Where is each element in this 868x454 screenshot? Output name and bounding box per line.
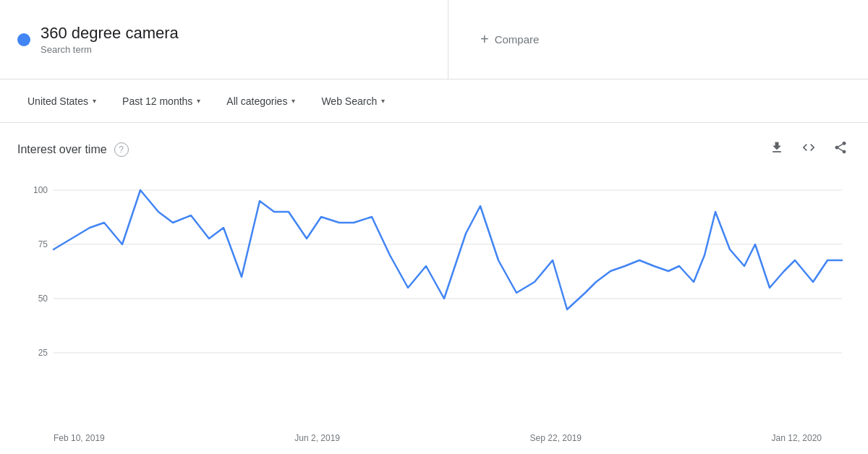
- plus-icon: +: [480, 31, 489, 48]
- search-term-info: 360 degree camera Search term: [41, 24, 179, 55]
- compare-button[interactable]: + Compare: [472, 25, 548, 53]
- chart-title-area: Interest over time ?: [17, 142, 129, 157]
- category-label: All categories: [226, 95, 287, 107]
- compare-label: Compare: [495, 33, 540, 46]
- time-range-label: Past 12 months: [122, 95, 192, 107]
- download-button[interactable]: [767, 137, 787, 161]
- x-label-4: Jan 12, 2020: [772, 433, 822, 443]
- svg-text:50: 50: [38, 294, 48, 304]
- trend-line: [54, 190, 842, 309]
- filters-bar: United States ▾ Past 12 months ▾ All cat…: [0, 80, 868, 123]
- compare-section: + Compare: [448, 0, 868, 79]
- x-label-2: Jun 2, 2019: [294, 433, 340, 443]
- region-label: United States: [27, 95, 88, 107]
- search-term-dot: [17, 33, 30, 46]
- header: 360 degree camera Search term + Compare: [0, 0, 868, 80]
- search-term-subtitle: Search term: [41, 44, 179, 55]
- chevron-down-icon: ▾: [197, 97, 200, 105]
- embed-button[interactable]: [799, 137, 819, 161]
- region-dropdown[interactable]: United States ▾: [17, 90, 106, 113]
- download-icon: [770, 140, 784, 155]
- time-range-dropdown[interactable]: Past 12 months ▾: [112, 90, 210, 113]
- chart-actions: [767, 137, 851, 161]
- help-icon-label: ?: [119, 145, 124, 155]
- svg-text:75: 75: [38, 239, 48, 249]
- search-term-section: 360 degree camera Search term: [0, 0, 448, 79]
- x-label-1: Feb 10, 2019: [54, 433, 105, 443]
- share-icon: [833, 140, 848, 155]
- x-label-3: Sep 22, 2019: [530, 433, 582, 443]
- chevron-down-icon: ▾: [292, 97, 295, 105]
- chart-container: 100 75 50 25: [17, 168, 851, 429]
- svg-text:25: 25: [38, 348, 48, 358]
- x-axis-labels: Feb 10, 2019 Jun 2, 2019 Sep 22, 2019 Ja…: [17, 429, 851, 443]
- help-icon[interactable]: ?: [114, 142, 129, 157]
- search-type-dropdown[interactable]: Web Search ▾: [311, 90, 395, 113]
- chart-title: Interest over time: [17, 143, 107, 156]
- chart-svg: 100 75 50 25: [17, 168, 851, 429]
- chart-header: Interest over time ?: [17, 137, 851, 161]
- chart-section: Interest over time ?: [0, 123, 868, 454]
- chevron-down-icon: ▾: [93, 97, 96, 105]
- svg-text:100: 100: [33, 185, 48, 195]
- chevron-down-icon: ▾: [381, 97, 385, 105]
- search-term-title: 360 degree camera: [41, 24, 179, 43]
- search-type-label: Web Search: [321, 95, 377, 107]
- share-button[interactable]: [830, 137, 851, 161]
- embed-icon: [801, 140, 816, 155]
- category-dropdown[interactable]: All categories ▾: [216, 90, 305, 113]
